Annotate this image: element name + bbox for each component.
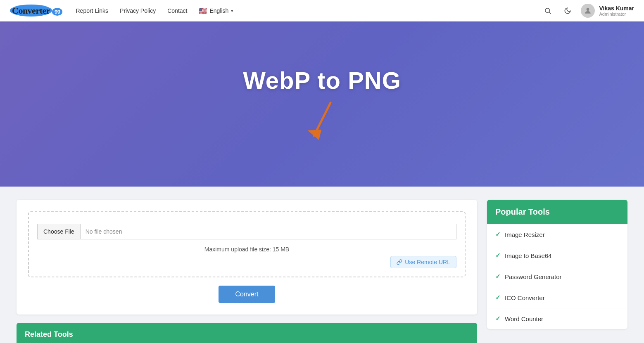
main-left: Choose File No file chosen Maximum uploa…	[17, 200, 477, 343]
moon-icon	[564, 7, 571, 14]
popular-tools-title: Popular Tools	[495, 207, 550, 216]
tool-item-password-generator[interactable]: ✓ Password Generator	[487, 266, 627, 287]
tool-label-0: Image Resizer	[505, 231, 545, 238]
tool-label-2: Password Generator	[505, 273, 562, 280]
tool-item-word-counter[interactable]: ✓ Word Counter	[487, 308, 627, 329]
user-icon	[584, 7, 592, 15]
nav-privacy-policy[interactable]: Privacy Policy	[120, 7, 156, 14]
tool-item-image-base64[interactable]: ✓ Image to Base64	[487, 245, 627, 266]
file-input-row: Choose File No file chosen	[37, 224, 456, 239]
tool-label-3: ICO Converter	[505, 294, 545, 301]
remote-url-button[interactable]: Use Remote URL	[390, 256, 456, 268]
remote-url-row: Use Remote URL	[37, 256, 456, 268]
avatar	[581, 4, 595, 18]
nav-report-links[interactable]: Report Links	[76, 7, 108, 14]
user-menu[interactable]: Vikas Kumar Administrator	[581, 4, 634, 18]
nav-links: Report Links Privacy Policy Contact 🇺🇸 E…	[76, 7, 541, 15]
tool-label-1: Image to Base64	[505, 252, 551, 259]
check-icon-2: ✓	[495, 273, 501, 280]
page-title: WebP to PNG	[243, 66, 401, 94]
related-tools-title: Related Tools	[25, 330, 73, 338]
user-name: Vikas Kumar	[599, 5, 634, 12]
tool-item-image-resizer[interactable]: ✓ Image Resizer	[487, 224, 627, 245]
search-button[interactable]	[541, 4, 554, 17]
hero-section: WebP to PNG	[0, 21, 644, 187]
check-icon-0: ✓	[495, 231, 501, 238]
arrow-down-icon	[306, 101, 339, 142]
svg-line-1	[549, 12, 551, 14]
remote-url-label: Use Remote URL	[405, 259, 450, 265]
hero-content: WebP to PNG	[243, 66, 401, 142]
nav-right: Vikas Kumar Administrator	[541, 4, 634, 18]
max-size-label: Maximum upload file size: 15 MB	[204, 246, 289, 253]
svg-point-0	[545, 8, 550, 13]
user-role: Administrator	[599, 12, 634, 17]
svg-point-2	[587, 8, 589, 11]
check-icon-4: ✓	[495, 315, 501, 322]
hero-arrow	[243, 101, 401, 142]
related-tools-card: Related Tools	[17, 323, 477, 343]
flag-icon: 🇺🇸	[199, 7, 207, 15]
user-info: Vikas Kumar Administrator	[599, 5, 634, 17]
upload-dropzone[interactable]: Choose File No file chosen Maximum uploa…	[28, 211, 466, 277]
file-name-display: No file chosen	[80, 224, 456, 239]
sidebar: Popular Tools ✓ Image Resizer ✓ Image to…	[487, 200, 627, 343]
chevron-down-icon: ▾	[231, 8, 233, 14]
navbar: Converter99 Report Links Privacy Policy …	[0, 0, 644, 21]
check-icon-3: ✓	[495, 294, 501, 301]
tool-item-ico-converter[interactable]: ✓ ICO Converter	[487, 287, 627, 308]
language-label: English	[209, 7, 228, 14]
popular-tools-list: ✓ Image Resizer ✓ Image to Base64 ✓ Pass…	[487, 224, 627, 329]
svg-marker-4	[308, 130, 321, 140]
convert-row: Convert	[28, 286, 466, 303]
upload-card: Choose File No file chosen Maximum uploa…	[17, 200, 477, 315]
main-container: Choose File No file chosen Maximum uploa…	[0, 187, 644, 343]
dark-mode-button[interactable]	[561, 4, 574, 17]
choose-file-button[interactable]: Choose File	[37, 224, 80, 239]
search-icon	[544, 7, 551, 14]
no-file-label: No file chosen	[86, 228, 122, 235]
convert-button[interactable]: Convert	[219, 286, 275, 303]
popular-tools-header: Popular Tools	[487, 200, 627, 224]
link-icon	[397, 259, 402, 265]
tool-label-4: Word Counter	[505, 315, 543, 322]
upload-info: Maximum upload file size: 15 MB	[37, 246, 456, 253]
language-selector[interactable]: 🇺🇸 English ▾	[199, 7, 233, 15]
nav-contact[interactable]: Contact	[167, 7, 187, 14]
site-logo[interactable]: Converter99	[10, 5, 62, 16]
check-icon-1: ✓	[495, 252, 501, 259]
popular-tools-card: Popular Tools ✓ Image Resizer ✓ Image to…	[487, 200, 627, 329]
